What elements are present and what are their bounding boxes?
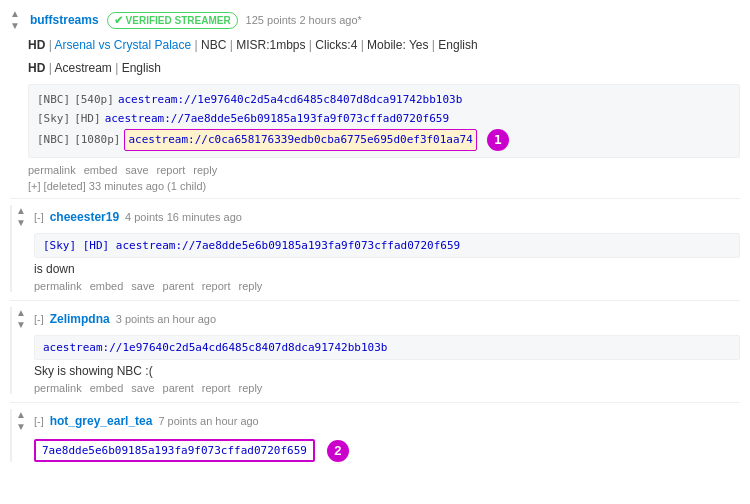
hd-label1: HD xyxy=(28,38,45,52)
verified-label: VERIFIED STREAMER xyxy=(126,15,231,26)
comment3-header: ▲ ▼ [-] hot_grey_earl_tea 7 points an ho… xyxy=(16,409,740,433)
top-post-header: ▲ ▼ buffstreams ✔ VERIFIED STREAMER 125 … xyxy=(10,8,740,32)
check-icon: ✔ xyxy=(114,14,123,27)
downvote-c1[interactable]: ▼ xyxy=(16,217,26,229)
deleted-comment: [+] [deleted] 33 minutes ago (1 child) xyxy=(28,180,740,192)
report-link1[interactable]: report xyxy=(157,164,186,176)
team-link[interactable]: Arsenal vs Crystal Palace xyxy=(54,38,191,52)
downvote-arrow[interactable]: ▼ xyxy=(10,20,20,32)
hd-info-line1: HD | Arsenal vs Crystal Palace | NBC | M… xyxy=(28,36,740,55)
downvote-c3[interactable]: ▼ xyxy=(16,421,26,433)
post-action-links: permalink embed save report reply xyxy=(28,164,740,176)
divider-1 xyxy=(10,198,740,199)
divider-2 xyxy=(10,300,740,301)
username-c2[interactable]: Zelimpdna xyxy=(50,312,110,326)
stream-link-1[interactable]: acestream://1e97640c2d5a4cd6485c8407d8dc… xyxy=(118,91,462,110)
upvote-c3[interactable]: ▲ xyxy=(16,409,26,421)
c2-report[interactable]: report xyxy=(202,382,231,394)
clicks: Clicks:4 xyxy=(315,38,357,52)
hd-info-line2: HD | Acestream | English xyxy=(28,59,740,78)
page: ▲ ▼ buffstreams ✔ VERIFIED STREAMER 125 … xyxy=(0,0,750,478)
comment1-text: is down xyxy=(34,262,740,276)
points-time-c1: 4 points 16 minutes ago xyxy=(125,211,242,223)
stream-link-3-highlighted[interactable]: acestream://c0ca658176339edb0cba6775e695… xyxy=(124,129,476,152)
minus-expand-c3[interactable]: [-] xyxy=(34,415,44,427)
top-points-time: 125 points 2 hours ago* xyxy=(246,14,362,26)
comment-block-1: ▲ ▼ [-] cheeester19 4 points 16 minutes … xyxy=(10,205,740,292)
c1-permalink[interactable]: permalink xyxy=(34,280,82,292)
vote-arrows-c1[interactable]: ▲ ▼ xyxy=(16,205,26,229)
save-link1[interactable]: save xyxy=(125,164,148,176)
c2-embed[interactable]: embed xyxy=(90,382,124,394)
c1-parent[interactable]: parent xyxy=(163,280,194,292)
c2-permalink[interactable]: permalink xyxy=(34,382,82,394)
username-c3[interactable]: hot_grey_earl_tea xyxy=(50,414,153,428)
badge-1: 1 xyxy=(487,129,509,151)
upvote-c2[interactable]: ▲ xyxy=(16,307,26,319)
c2-parent[interactable]: parent xyxy=(163,382,194,394)
stream-quality-3: [1080p] xyxy=(74,131,120,150)
mobile: Mobile: Yes xyxy=(367,38,428,52)
stream-line-1: [NBC] [540p] acestream://1e97640c2d5a4cd… xyxy=(37,91,731,110)
c2-save[interactable]: save xyxy=(131,382,154,394)
minus-expand-c1[interactable]: [-] xyxy=(34,211,44,223)
stream-tag-2: [Sky] xyxy=(37,110,70,129)
network2: Acestream xyxy=(54,61,111,75)
vote-arrows-c2[interactable]: ▲ ▼ xyxy=(16,307,26,331)
stream-link-2[interactable]: acestream://7ae8dde5e6b09185a193fa9f073c… xyxy=(105,110,449,129)
comment2-header: ▲ ▼ [-] Zelimpdna 3 points an hour ago xyxy=(16,307,740,331)
misr: MISR:1mbps xyxy=(236,38,305,52)
badge-2: 2 xyxy=(327,440,349,462)
stream-line-3: [NBC] [1080p] acestream://c0ca658176339e… xyxy=(37,129,731,152)
stream-tag-3: [NBC] xyxy=(37,131,70,150)
comment-block-2: ▲ ▼ [-] Zelimpdna 3 points an hour ago a… xyxy=(10,307,740,394)
verified-badge: ✔ VERIFIED STREAMER xyxy=(107,12,238,29)
minus-expand-c2[interactable]: [-] xyxy=(34,313,44,325)
lang2: English xyxy=(122,61,161,75)
comment-block-3: ▲ ▼ [-] hot_grey_earl_tea 7 points an ho… xyxy=(10,409,740,462)
comment1-header: ▲ ▼ [-] cheeester19 4 points 16 minutes … xyxy=(16,205,740,229)
stream-quality-1: [540p] xyxy=(74,91,114,110)
stream-box: [NBC] [540p] acestream://1e97640c2d5a4cd… xyxy=(28,84,740,158)
divider-3 xyxy=(10,402,740,403)
stream-link-3[interactable]: acestream://c0ca658176339edb0cba6775e695… xyxy=(128,133,472,146)
permalink-link1[interactable]: permalink xyxy=(28,164,76,176)
points-time-c2: 3 points an hour ago xyxy=(116,313,216,325)
comment3-stream-link[interactable]: 7ae8dde5e6b09185a193fa9f073cffad0720f659 xyxy=(42,444,307,457)
downvote-c2[interactable]: ▼ xyxy=(16,319,26,331)
lang1: English xyxy=(438,38,477,52)
c1-embed[interactable]: embed xyxy=(90,280,124,292)
comment2-text: Sky is showing NBC :( xyxy=(34,364,740,378)
c1-reply[interactable]: reply xyxy=(239,280,263,292)
upvote-c1[interactable]: ▲ xyxy=(16,205,26,217)
comment2-stream[interactable]: acestream://1e97640c2d5a4cd6485c8407d8dc… xyxy=(34,335,740,360)
comment1-stream[interactable]: [Sky] [HD] acestream://7ae8dde5e6b09185a… xyxy=(34,233,740,258)
upvote-arrow[interactable]: ▲ xyxy=(10,8,20,20)
embed-link1[interactable]: embed xyxy=(84,164,118,176)
c1-save[interactable]: save xyxy=(131,280,154,292)
vote-arrows-top[interactable]: ▲ ▼ xyxy=(10,8,20,32)
comment1-action-links: permalink embed save parent report reply xyxy=(34,280,740,292)
c2-reply[interactable]: reply xyxy=(239,382,263,394)
stream-quality-2: [HD] xyxy=(74,110,101,129)
stream-tag-1: [NBC] xyxy=(37,91,70,110)
reply-link1[interactable]: reply xyxy=(193,164,217,176)
top-username[interactable]: buffstreams xyxy=(30,13,99,27)
stream-line-2: [Sky] [HD] acestream://7ae8dde5e6b09185a… xyxy=(37,110,731,129)
c1-report[interactable]: report xyxy=(202,280,231,292)
vote-arrows-c3[interactable]: ▲ ▼ xyxy=(16,409,26,433)
username-c1[interactable]: cheeester19 xyxy=(50,210,119,224)
points-time-c3: 7 points an hour ago xyxy=(158,415,258,427)
hd-label2: HD xyxy=(28,61,45,75)
comment3-stream-row: 7ae8dde5e6b09185a193fa9f073cffad0720f659… xyxy=(34,439,740,462)
comment3-stream-highlighted[interactable]: 7ae8dde5e6b09185a193fa9f073cffad0720f659 xyxy=(34,439,315,462)
network1: NBC xyxy=(201,38,226,52)
comment2-action-links: permalink embed save parent report reply xyxy=(34,382,740,394)
